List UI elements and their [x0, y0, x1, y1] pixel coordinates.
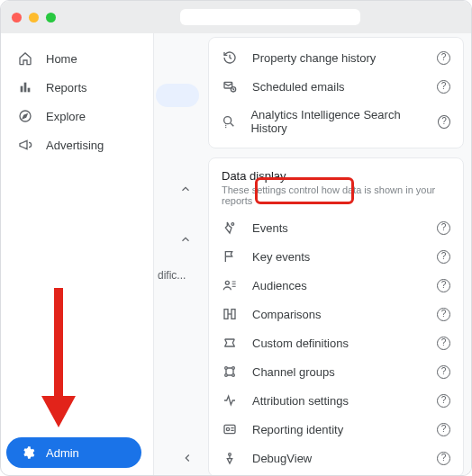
- help-icon[interactable]: ?: [437, 250, 450, 264]
- svg-point-14: [232, 374, 235, 377]
- row-label: Audiences: [252, 279, 307, 292]
- identity-icon: [222, 422, 238, 436]
- svg-point-6: [224, 117, 231, 124]
- help-icon[interactable]: ?: [437, 452, 450, 465]
- svg-point-7: [231, 223, 234, 226]
- sidebar-item-advertising[interactable]: Advertising: [1, 130, 153, 159]
- sidebar-item-label: Reports: [46, 81, 87, 94]
- sidebar-item-label: Advertising: [46, 139, 104, 152]
- window-close-icon[interactable]: [12, 13, 22, 22]
- main-pane: dific... Property change history ?: [154, 33, 471, 475]
- chevron-up-icon[interactable]: [179, 183, 192, 195]
- svg-rect-10: [231, 310, 235, 319]
- help-icon[interactable]: ?: [437, 221, 450, 235]
- help-icon[interactable]: ?: [437, 337, 450, 350]
- property-card: Property change history ? Scheduled emai…: [208, 37, 464, 148]
- row-channel-groups[interactable]: Channel groups ?: [209, 357, 463, 386]
- svg-point-16: [226, 427, 229, 430]
- section-subtitle: These settings control how data is shown…: [209, 184, 463, 213]
- row-comparisons[interactable]: Comparisons ?: [209, 300, 463, 328]
- sidebar-item-reports[interactable]: Reports: [1, 73, 153, 102]
- row-key-events[interactable]: Key events ?: [209, 242, 463, 271]
- home-icon: [17, 51, 33, 66]
- row-audiences[interactable]: Audiences ?: [209, 271, 463, 300]
- row-events[interactable]: Events ?: [209, 213, 463, 242]
- help-icon[interactable]: ?: [437, 51, 450, 65]
- comparisons-icon: [222, 307, 238, 321]
- data-display-card: Data display These settings control how …: [208, 157, 464, 475]
- custom-definitions-icon: [222, 336, 238, 350]
- help-icon[interactable]: ?: [438, 115, 450, 129]
- svg-point-8: [225, 281, 229, 284]
- help-icon[interactable]: ?: [437, 80, 450, 94]
- svg-rect-1: [24, 83, 27, 93]
- svg-point-13: [225, 374, 228, 377]
- flag-icon: [222, 249, 238, 264]
- row-label: Events: [252, 221, 288, 235]
- row-custom-definitions[interactable]: Custom definitions ?: [209, 328, 463, 357]
- help-icon[interactable]: ?: [437, 394, 450, 408]
- window-maximize-icon[interactable]: [46, 13, 56, 22]
- window-minimize-icon[interactable]: [29, 13, 39, 22]
- app-window: Home Reports Explore Advertising: [0, 0, 472, 476]
- row-label: Attribution settings: [252, 394, 349, 408]
- help-icon[interactable]: ?: [437, 279, 450, 292]
- history-icon: [222, 50, 238, 65]
- active-pill: [156, 84, 199, 107]
- svg-rect-0: [21, 86, 23, 93]
- attribution-icon: [222, 393, 238, 408]
- svg-point-12: [232, 367, 235, 370]
- gear-icon: [21, 445, 35, 460]
- help-icon[interactable]: ?: [437, 308, 450, 321]
- row-property-change-history[interactable]: Property change history ?: [209, 43, 463, 72]
- truncated-label[interactable]: dific...: [158, 269, 186, 282]
- sidebar-item-home[interactable]: Home: [1, 44, 153, 73]
- megaphone-icon: [17, 138, 33, 152]
- help-icon[interactable]: ?: [437, 365, 450, 379]
- svg-point-17: [229, 454, 231, 456]
- row-analytics-search-history[interactable]: Analytics Intelligence Search History ?: [209, 101, 463, 142]
- row-attribution-settings[interactable]: Attribution settings ?: [209, 386, 463, 415]
- sidebar: Home Reports Explore Advertising: [1, 33, 154, 475]
- audiences-icon: [222, 278, 238, 292]
- titlebar: [1, 1, 471, 33]
- row-debugview[interactable]: DebugView ?: [209, 444, 463, 472]
- svg-point-11: [225, 367, 228, 370]
- admin-button[interactable]: Admin: [6, 437, 141, 468]
- channel-groups-icon: [222, 364, 238, 379]
- scheduled-emails-icon: [222, 79, 238, 94]
- url-field[interactable]: [180, 9, 360, 25]
- sidebar-item-label: Home: [46, 52, 77, 66]
- row-label: DebugView: [252, 452, 312, 465]
- search-history-icon: [222, 114, 236, 129]
- row-label: Key events: [252, 250, 310, 264]
- row-reporting-identity[interactable]: Reporting identity ?: [209, 415, 463, 444]
- events-icon: [222, 220, 238, 235]
- debug-icon: [222, 451, 238, 465]
- sidebar-item-explore[interactable]: Explore: [1, 102, 153, 130]
- row-label: Property change history: [252, 51, 376, 65]
- bar-chart-icon: [17, 80, 33, 94]
- chevron-up-icon[interactable]: [179, 233, 192, 246]
- row-label: Analytics Intelligence Search History: [250, 108, 423, 135]
- row-label: Reporting identity: [252, 423, 343, 436]
- help-icon[interactable]: ?: [437, 423, 450, 436]
- row-label: Comparisons: [252, 308, 322, 321]
- subnav-column: dific...: [154, 33, 203, 475]
- svg-rect-9: [224, 310, 228, 319]
- row-label: Custom definitions: [252, 337, 349, 350]
- sidebar-item-label: Explore: [46, 110, 86, 123]
- admin-label: Admin: [46, 446, 79, 460]
- row-label: Scheduled emails: [252, 80, 345, 94]
- svg-rect-2: [28, 88, 31, 93]
- section-title: Data display: [209, 167, 463, 184]
- chevron-left-icon[interactable]: [181, 452, 194, 464]
- row-label: Channel groups: [252, 365, 335, 379]
- row-scheduled-emails[interactable]: Scheduled emails ?: [209, 72, 463, 101]
- explore-icon: [17, 109, 33, 123]
